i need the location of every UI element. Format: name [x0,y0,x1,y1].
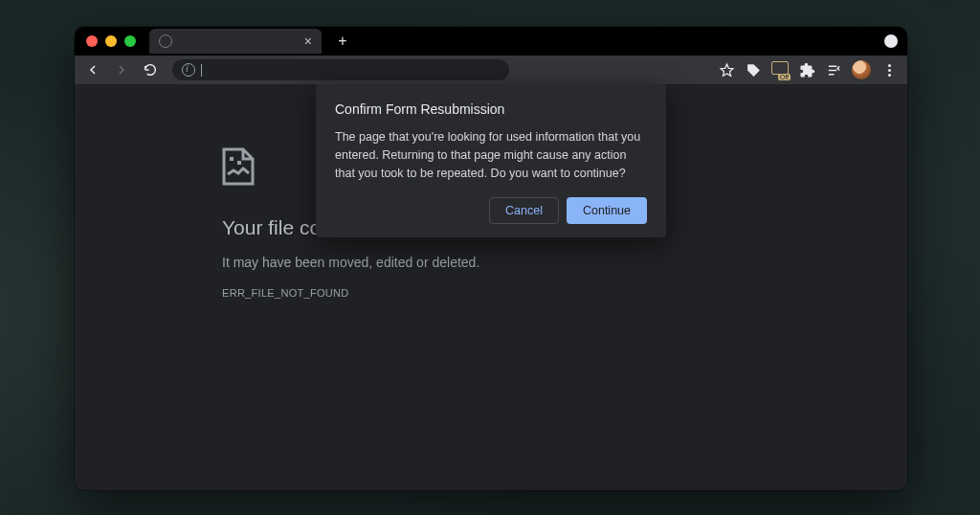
toolbar [75,56,907,84]
tab-search-icon[interactable] [884,34,898,48]
cancel-button[interactable]: Cancel [489,197,559,224]
site-info-icon[interactable] [182,63,195,77]
titlebar: × + [75,27,907,56]
url-input[interactable] [208,63,500,77]
window-close-button[interactable] [86,35,98,47]
new-tab-button[interactable]: + [333,32,352,51]
reload-button[interactable] [138,57,163,82]
svg-rect-0 [230,157,234,161]
confirm-resubmission-dialog: Confirm Form Resubmission The page that … [316,84,666,237]
kebab-menu-icon[interactable] [880,61,898,78]
tab-close-button[interactable]: × [304,34,312,48]
tab-strip: × + [149,27,352,56]
forward-button[interactable] [109,57,134,82]
error-code: ERR_FILE_NOT_FOUND [222,287,907,299]
tag-icon[interactable] [745,61,762,78]
bookmark-star-icon[interactable] [718,61,735,78]
browser-tab[interactable]: × [149,29,322,54]
profile-avatar[interactable] [852,60,871,79]
translate-extension-icon[interactable] [771,61,789,78]
text-cursor [201,64,202,77]
continue-button[interactable]: Continue [567,197,647,224]
toolbar-right [718,60,902,79]
dialog-body: The page that you're looking for used in… [335,128,647,182]
reading-list-icon[interactable] [825,61,842,78]
dialog-actions: Cancel Continue [335,197,647,224]
titlebar-right [884,34,898,48]
address-bar[interactable] [172,59,509,80]
error-subtext: It may have been moved, edited or delete… [222,255,907,270]
globe-icon [159,34,172,48]
window-minimize-button[interactable] [105,35,117,47]
back-button[interactable] [80,57,105,82]
svg-rect-1 [237,161,241,165]
window-controls [75,35,136,47]
browser-window: × + [75,27,907,490]
window-maximize-button[interactable] [124,35,136,47]
extensions-icon[interactable] [798,61,815,78]
dialog-title: Confirm Form Resubmission [335,101,647,117]
